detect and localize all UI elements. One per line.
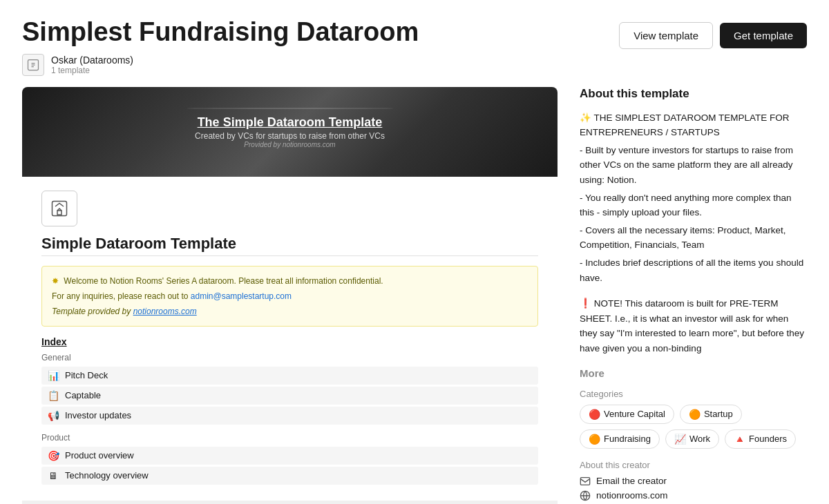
categories-label: Categories [580, 389, 807, 399]
tag-label: Venture Capital [604, 409, 665, 419]
email-icon [580, 476, 591, 487]
tag-label: Work [689, 434, 710, 444]
more-label: More [580, 367, 807, 379]
creator-name: Oskar (Datarooms) [51, 55, 133, 66]
about-description: ✨ THE SIMPLEST DATAROOM TEMPLATE FOR ENT… [580, 110, 807, 286]
list-item: 🖥Technology overview [41, 467, 538, 485]
product-subheading: Product [41, 433, 538, 443]
svg-rect-3 [580, 477, 589, 485]
tag-emoji: 🔴 [589, 409, 600, 420]
tag-emoji: 📈 [674, 434, 686, 445]
about-title: About this template [580, 87, 807, 101]
note-text: ❗ NOTE! This dataroom is built for PRE-T… [580, 296, 807, 356]
get-template-button[interactable]: Get template [720, 23, 807, 48]
banner-subtitle: Created by VCs for startups to raise fro… [195, 131, 385, 141]
category-tag[interactable]: 🟠Startup [680, 405, 742, 424]
website-row[interactable]: notionrooms.com [580, 490, 807, 501]
category-tag[interactable]: 🟠Fundraising [580, 429, 660, 449]
list-item-icon: 📋 [47, 390, 59, 401]
creator-avatar [22, 54, 44, 76]
doc-main-title: Simple Dataroom Template [41, 235, 538, 253]
category-tag[interactable]: 🔴Venture Capital [580, 405, 674, 424]
template-preview: The Simple Dataroom Template Created by … [22, 87, 558, 504]
info-panel: About this template ✨ THE SIMPLEST DATAR… [580, 87, 807, 504]
category-tag[interactable]: 📈Work [665, 429, 719, 449]
list-item: 📊Pitch Deck [41, 367, 538, 385]
tag-emoji: 🟠 [589, 434, 600, 445]
description-line: - Built by venture investors for startup… [580, 143, 807, 188]
list-item-icon: 🎯 [47, 450, 59, 461]
tag-label: Startup [704, 409, 733, 419]
tag-emoji: 🔺 [734, 434, 745, 445]
about-creator-label: About this creator [580, 460, 807, 470]
notionrooms-link[interactable]: notionrooms.com [133, 307, 197, 316]
email-creator-row[interactable]: Email the creator [580, 476, 807, 487]
website-label: notionrooms.com [596, 490, 668, 501]
svg-rect-2 [57, 211, 61, 215]
banner-title: The Simple Dataroom Template [198, 115, 383, 130]
index-heading: Index [41, 336, 538, 347]
tag-label: Founders [749, 434, 787, 444]
notice-email-link[interactable]: admin@samplestartup.com [191, 291, 292, 301]
list-item: 🎯Product overview [41, 447, 538, 465]
categories-row: 🔴Venture Capital🟠Startup🟠Fundraising📈Wor… [580, 405, 807, 449]
banner-provided: Provided by notionrooms.com [244, 141, 335, 148]
notion-icon [41, 191, 77, 226]
list-item-icon: 📢 [47, 410, 59, 421]
doc-divider [41, 255, 538, 256]
list-item-icon: 🖥 [47, 470, 59, 481]
creator-template-count: 1 template [51, 66, 133, 75]
description-line: - Includes brief descriptions of all the… [580, 255, 807, 285]
view-template-button[interactable]: View template [619, 22, 713, 49]
email-creator-label: Email the creator [596, 476, 667, 486]
category-tag[interactable]: 🔺Founders [725, 429, 796, 449]
list-item-icon: 📊 [47, 370, 59, 381]
general-subheading: General [41, 353, 538, 362]
description-line: - You really don't need anything more co… [580, 191, 807, 220]
description-line: ✨ THE SIMPLEST DATAROOM TEMPLATE FOR ENT… [580, 110, 807, 140]
list-item: 📋Captable [41, 387, 538, 405]
tag-emoji: 🟠 [689, 409, 701, 420]
tag-label: Fundraising [604, 434, 651, 444]
list-item: 📢Investor updates [41, 407, 538, 425]
notice-box: ✸ Welcome to Notion Rooms' Series A data… [41, 266, 538, 327]
globe-icon [580, 490, 591, 501]
general-list: 📊Pitch Deck📋Captable📢Investor updates [41, 367, 538, 425]
page-title: Simplest Fundraising Dataroom [22, 17, 619, 48]
description-line: - Covers all the necessary items: Produc… [580, 223, 807, 253]
product-list: 🎯Product overview🖥Technology overview [41, 447, 538, 485]
preview-banner: The Simple Dataroom Template Created by … [22, 87, 558, 177]
